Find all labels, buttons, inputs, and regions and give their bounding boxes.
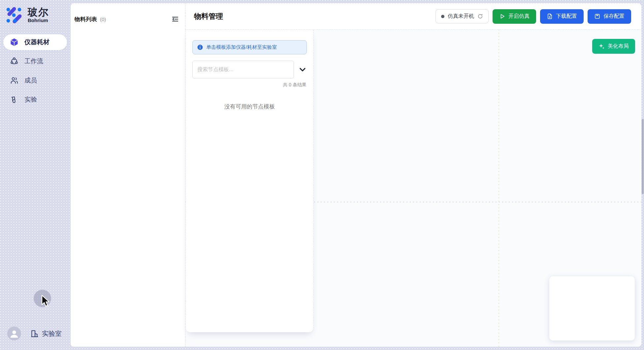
sidebar-footer: 实验室	[7, 327, 62, 340]
download-config-button[interactable]: 下载配置	[540, 9, 584, 24]
download-config-label: 下载配置	[556, 13, 577, 20]
flow-canvas[interactable]: 单击模板添加仪器/耗材至实验室 共 0 条结果 没有可用的节点模板	[185, 30, 641, 347]
brand-name-en: Bohrium	[28, 17, 49, 23]
file-download-icon	[547, 13, 553, 19]
sidebar-item-instruments[interactable]: 仪器耗材	[3, 34, 67, 50]
sidebar-item-label: 仪器耗材	[24, 38, 49, 46]
chevron-down-icon[interactable]	[298, 65, 307, 74]
info-banner-text: 单击模板添加仪器/耗材至实验室	[206, 44, 277, 50]
sidebar-item-label: 成员	[24, 76, 37, 85]
building-icon	[30, 329, 39, 338]
result-count: 共 0 条结果	[186, 82, 306, 88]
start-simulation-button[interactable]: 开启仿真	[493, 9, 536, 24]
experiment-icon	[10, 95, 18, 104]
sidebar-item-lab[interactable]: 实验室	[30, 329, 62, 338]
empty-state-text: 没有可用的节点模板	[186, 103, 313, 110]
info-banner: 单击模板添加仪器/耗材至实验室	[192, 40, 307, 54]
sidebar-nav: 仪器耗材 工作流 成员	[0, 34, 71, 111]
user-avatar[interactable]	[7, 327, 21, 340]
mouse-cursor	[40, 294, 51, 307]
sparkles-icon	[598, 43, 605, 49]
sidebar: 玻尔 Bohrium 仪器耗材 工作流	[0, 0, 71, 350]
play-icon	[499, 13, 505, 19]
node-template-panel: 单击模板添加仪器/耗材至实验室 共 0 条结果 没有可用的节点模板	[186, 30, 314, 332]
save-config-label: 保存配置	[603, 13, 625, 20]
start-simulation-label: 开启仿真	[508, 13, 530, 20]
refresh-icon[interactable]	[477, 14, 483, 19]
status-dot-icon	[441, 15, 444, 18]
scrollbar-thumb[interactable]	[642, 119, 644, 194]
sidebar-item-workflow[interactable]: 工作流	[3, 53, 67, 69]
info-icon	[197, 44, 203, 50]
main-header: 物料管理 仿真未开机 开启仿真	[185, 3, 641, 30]
bohrium-logo-icon	[5, 7, 24, 24]
lab-label: 实验室	[42, 329, 62, 338]
app-root: 玻尔 Bohrium 仪器耗材 工作流	[0, 0, 644, 350]
header-actions: 仿真未开机 开启仿真	[435, 9, 631, 24]
workflow-icon	[10, 57, 18, 66]
main-area: 物料管理 仿真未开机 开启仿真	[185, 3, 641, 347]
beautify-layout-button[interactable]: 美化布局	[592, 39, 635, 54]
save-icon	[594, 13, 600, 19]
brand-logo[interactable]: 玻尔 Bohrium	[5, 7, 49, 24]
template-search-row	[192, 61, 307, 78]
beautify-layout-label: 美化布局	[608, 43, 629, 50]
content-card: 物料列表 (0) 物料管理 仿真未开机	[71, 3, 641, 347]
sidebar-item-label: 实验	[24, 95, 37, 104]
save-config-button[interactable]: 保存配置	[588, 9, 631, 24]
user-icon	[9, 328, 20, 339]
sidebar-item-experiment[interactable]: 实验	[3, 92, 67, 107]
brand-name-zh: 玻尔	[28, 7, 49, 17]
material-list-panel: 物料列表 (0)	[71, 3, 185, 347]
brand-text: 玻尔 Bohrium	[28, 7, 49, 23]
sidebar-item-label: 工作流	[24, 57, 43, 66]
canvas-grid-line-vertical	[499, 30, 499, 347]
status-label: 仿真未开机	[448, 13, 474, 20]
simulation-status-pill: 仿真未开机	[435, 9, 489, 23]
minimap-panel[interactable]	[549, 276, 635, 341]
material-list-title: 物料列表	[75, 15, 97, 23]
sidebar-item-members[interactable]: 成员	[3, 73, 67, 88]
material-list-header: 物料列表 (0)	[71, 3, 185, 23]
cube-icon	[10, 38, 18, 46]
page-title: 物料管理	[194, 12, 223, 21]
material-list-count: (0)	[100, 16, 106, 22]
members-icon	[10, 76, 18, 85]
indent-collapse-icon[interactable]	[171, 15, 179, 23]
template-search-input[interactable]	[192, 61, 294, 78]
